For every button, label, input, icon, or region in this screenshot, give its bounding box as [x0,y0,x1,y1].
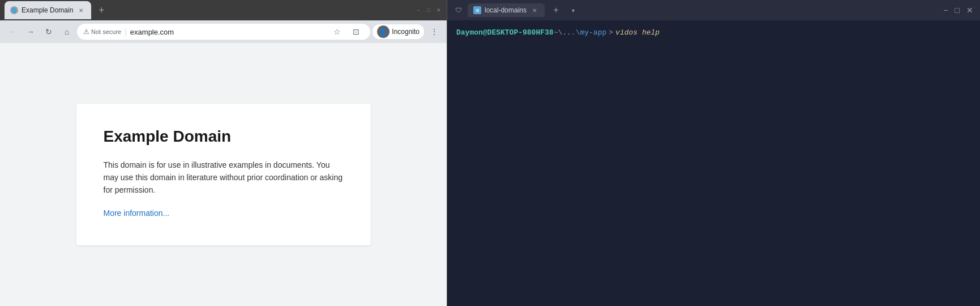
new-tab-button[interactable]: + [93,2,109,18]
terminal-new-tab-button[interactable]: + [549,3,563,17]
content-card: Example Domain This domain is for use in… [76,104,371,245]
bookmark-button[interactable]: ☆ [329,24,345,40]
page-title: Example Domain [104,126,344,147]
page-body-text: This domain is for use in illustrative e… [104,159,344,197]
nav-bar: ← → ↻ ⌂ ⚠ Not secure | example.com ☆ ⊡ 👤… [0,20,447,43]
address-divider: | [125,27,127,36]
window-controls: − □ ✕ [415,7,442,14]
incognito-button[interactable]: 👤 Incognito [373,24,424,39]
url-display: example.com [130,28,326,36]
address-bar[interactable]: ⚠ Not secure | example.com ☆ ⊡ [77,24,370,40]
back-button[interactable]: ← [5,24,20,40]
terminal-prompt-line: Daymon@DESKTOP-980HF38 ~\. . .\my-app > … [456,27,971,39]
minimize-button[interactable]: − [415,7,422,14]
home-button[interactable]: ⌂ [59,24,75,40]
terminal-maximize-button[interactable]: □ [955,6,960,15]
terminal-dot: . [567,27,571,39]
extensions-button[interactable]: ⊡ [348,24,364,40]
maximize-button[interactable]: □ [425,7,432,14]
shield-icon: 🛡 [454,6,463,15]
terminal-tab-close-button[interactable]: ✕ [530,6,539,15]
terminal-separator1: ~\. [554,27,567,39]
terminal-tab[interactable]: ⊞ local-domains ✕ [468,3,545,17]
terminal-window: 🛡 ⊞ local-domains ✕ + ▾ − □ ✕ Daymon@DES… [447,0,980,306]
browser-menu-button[interactable]: ⋮ [426,24,442,40]
terminal-user: Daymon@DESKTOP-980HF38 [456,27,554,39]
forward-button[interactable]: → [23,24,38,40]
tab-close-button[interactable]: ✕ [76,6,85,15]
security-indicator: ⚠ Not secure [83,28,121,36]
terminal-tab-label: local-domains [485,6,527,14]
close-button[interactable]: ✕ [435,7,442,14]
tab-label: Example Domain [22,6,73,14]
browser-tab[interactable]: 🌐 Example Domain ✕ [5,1,91,19]
terminal-arrow: > [609,27,613,39]
tab-favicon-icon: 🌐 [10,6,18,14]
incognito-label: Incognito [392,28,420,36]
terminal-window-controls: − □ ✕ [943,6,973,15]
not-secure-label: Not secure [91,28,121,35]
browser-window: 🌐 Example Domain ✕ + − □ ✕ ← → ↻ ⌂ ⚠ Not… [0,0,447,306]
terminal-dropdown-button[interactable]: ▾ [567,5,579,16]
terminal-path: .\my-app [571,27,606,39]
incognito-avatar-icon: 👤 [377,26,390,38]
warning-icon: ⚠ [83,28,89,36]
terminal-command: vidos help [615,27,660,39]
terminal-tab-icon: ⊞ [473,6,481,14]
page-content: Example Domain This domain is for use in… [0,43,447,306]
terminal-title-bar: 🛡 ⊞ local-domains ✕ + ▾ − □ ✕ [447,0,980,20]
title-bar: 🌐 Example Domain ✕ + − □ ✕ [0,0,447,20]
reload-button[interactable]: ↻ [41,24,57,40]
terminal-minimize-button[interactable]: − [943,6,948,15]
more-information-link[interactable]: More information... [104,209,170,218]
terminal-close-button[interactable]: ✕ [966,6,973,15]
terminal-body[interactable]: Daymon@DESKTOP-980HF38 ~\. . .\my-app > … [447,20,980,306]
